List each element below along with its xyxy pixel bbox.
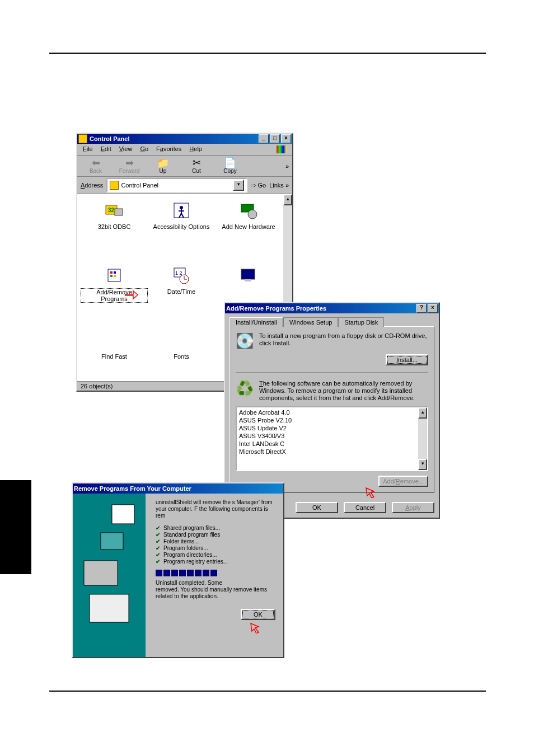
cancel-button[interactable]: Cancel	[344, 502, 386, 513]
list-item[interactable]: Adobe Acrobat 4.0	[239, 408, 425, 416]
odbc-icon: 32	[105, 201, 124, 220]
scroll-down[interactable]: ▾	[418, 459, 427, 470]
cp-item-accessibility[interactable]: Accessibility Options	[148, 198, 215, 260]
cp-item-odbc[interactable]: 32 32bit ODBC	[81, 198, 148, 260]
tool-back[interactable]: ⬅Back	[81, 158, 111, 174]
tab-startup-disk[interactable]: Startup Disk	[338, 317, 384, 327]
progress-bar	[156, 570, 275, 576]
address-bar: Address Control Panel ▾ ⇨ Go Links »	[77, 177, 292, 194]
svg-text:32: 32	[108, 207, 115, 213]
cp-item-label: Fonts	[174, 353, 189, 360]
wizard-item: ✔Standard program files	[156, 532, 275, 538]
wizard-body: uninstallShield will remove the s Manage…	[146, 494, 283, 657]
titlebar-control-panel[interactable]: Control Panel _ □ ×	[77, 134, 292, 144]
add-remove-button[interactable]: Add/Remove...Add/Remove...	[378, 476, 428, 487]
tool-forward[interactable]: ➡Forward	[114, 158, 144, 174]
hardware-icon	[239, 201, 258, 220]
maximize-button[interactable]: □	[270, 134, 280, 143]
list-scrollbar[interactable]: ▴ ▾	[418, 407, 427, 470]
svg-text:1 2: 1 2	[175, 270, 182, 276]
list-item[interactable]: Microsoft DirectX	[239, 448, 425, 456]
menu-logo-icon	[277, 145, 287, 153]
menu-help[interactable]: Help	[189, 145, 202, 153]
wizard-item: ✔Shared program files...	[156, 525, 275, 532]
list-item[interactable]: ASUS Update V2	[239, 424, 425, 432]
toolbar-overflow[interactable]: »	[285, 163, 289, 170]
links-button[interactable]: Links »	[269, 182, 289, 189]
close-button[interactable]: ×	[428, 304, 438, 313]
window-title: Control Panel	[90, 135, 130, 142]
svg-rect-21	[101, 533, 123, 550]
wizard-graphic	[73, 494, 146, 657]
minimize-button[interactable]: _	[259, 134, 269, 143]
address-field[interactable]: Control Panel ▾	[106, 178, 247, 192]
svg-rect-20	[112, 505, 134, 524]
menu-edit[interactable]: Edit	[101, 145, 111, 153]
cp-item-findfast[interactable]: Find Fast	[81, 327, 148, 381]
svg-rect-18	[245, 279, 251, 281]
svg-rect-8	[110, 271, 113, 274]
list-item[interactable]: ASUS Probe V2.10	[239, 416, 425, 424]
go-button[interactable]: ⇨ Go	[251, 182, 266, 189]
cp-item-label: Accessibility Options	[153, 223, 210, 230]
dialog-title: Add/Remove Programs Properties	[226, 305, 326, 312]
list-item[interactable]: ASUS V3400/V3	[239, 432, 425, 440]
titlebar-uninstall[interactable]: Remove Programs From Your Computer	[73, 483, 283, 494]
cp-item-add-hardware[interactable]: Add New Hardware	[215, 198, 282, 260]
menu-view[interactable]: View	[119, 145, 133, 153]
wizard-intro: uninstallShield will remove the s Manage…	[156, 499, 275, 519]
scroll-up[interactable]: ▴	[283, 194, 292, 205]
ok-button[interactable]: OK	[296, 502, 338, 513]
installed-programs-list[interactable]: Adobe Acrobat 4.0 ASUS Probe V2.10 ASUS …	[236, 406, 428, 471]
wizard-done-text: Uninstall completed. Some removed. You s…	[156, 580, 275, 600]
wizard-item: ✔Folder items...	[156, 538, 275, 545]
findfast-icon	[105, 331, 124, 350]
remove-text: TThe following software can be automatic…	[259, 380, 428, 402]
tool-copy[interactable]: 📄Copy	[215, 158, 245, 174]
svg-rect-23	[90, 594, 129, 622]
fonts-icon	[172, 331, 191, 350]
cp-item-label: Add New Hardware	[222, 223, 275, 230]
page-rule-top	[49, 53, 486, 54]
tool-cut[interactable]: ✂Cut	[181, 158, 212, 174]
tab-install-uninstall[interactable]: Install/Uninstall	[229, 317, 283, 327]
add-remove-icon	[105, 266, 124, 285]
wizard-item: ✔Program folders...	[156, 545, 275, 552]
scroll-up[interactable]: ▴	[418, 407, 427, 419]
display-icon	[239, 266, 258, 285]
status-text: 26 object(s)	[81, 383, 113, 389]
address-value: Control Panel	[121, 182, 158, 189]
install-icon: 💽	[236, 332, 254, 350]
svg-rect-22	[84, 561, 118, 585]
ok-button[interactable]: OK	[241, 609, 275, 620]
menu-favorites[interactable]: Favorites	[156, 145, 181, 153]
install-button[interactable]: IInstall...nstall...	[386, 354, 428, 365]
cp-item-add-remove-programs[interactable]: Add/Remove Programs	[81, 262, 148, 325]
accessibility-icon	[172, 201, 191, 220]
cp-item-fonts[interactable]: Fonts	[148, 327, 215, 381]
svg-point-6	[248, 210, 257, 219]
menu-file[interactable]: FFileile	[83, 145, 93, 153]
menubar: FFileile Edit View Go Favorites Help	[77, 144, 292, 156]
page-rule-bottom	[49, 691, 486, 692]
install-text: To install a new program from a floppy d…	[259, 332, 428, 350]
list-item[interactable]: Intel LANDesk C	[239, 440, 425, 448]
help-button[interactable]: ?	[416, 304, 427, 313]
dialog-remove-programs: Remove Programs From Your Computer unins…	[72, 482, 284, 658]
tab-windows-setup[interactable]: Windows Setup	[283, 317, 338, 327]
cp-item-datetime[interactable]: 1 2 Date/Time	[148, 262, 215, 325]
tab-page: 💽 To install a new program from a floppy…	[229, 326, 434, 493]
titlebar-add-remove[interactable]: Add/Remove Programs Properties ? ×	[225, 303, 439, 313]
close-button[interactable]: ×	[281, 134, 291, 143]
address-dropdown[interactable]: ▾	[233, 180, 244, 191]
menu-go[interactable]: Go	[140, 145, 148, 153]
wizard-item: ✔Program registry entries...	[156, 558, 275, 565]
svg-rect-10	[110, 275, 113, 277]
cp-item-label: Find Fast	[101, 353, 127, 360]
titlebar-icon	[78, 134, 87, 143]
svg-rect-17	[241, 269, 255, 279]
toolbar: ⬅Back ➡Forward 📁Up ✂Cut 📄Copy »	[77, 156, 292, 177]
apply-button[interactable]: ApplyApply	[392, 502, 434, 513]
tool-up[interactable]: 📁Up	[148, 158, 178, 174]
remove-icon: ♻️	[236, 380, 254, 402]
